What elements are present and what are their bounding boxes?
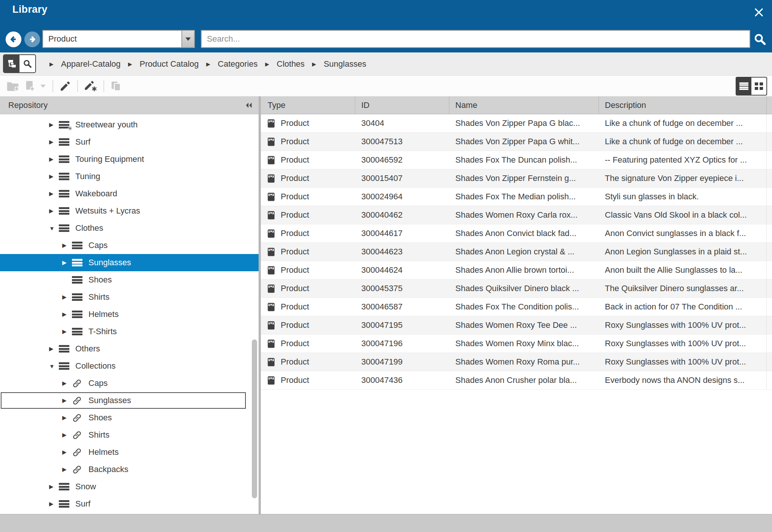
expand-arrow-icon[interactable]: ▶ [62, 259, 72, 266]
tree-item-shoes[interactable]: ▶ Shoes [0, 409, 259, 426]
create-content-icon[interactable] [24, 81, 35, 92]
tree-item-others[interactable]: ▶Others [0, 340, 259, 357]
expand-arrow-icon[interactable]: ▶ [62, 449, 72, 456]
tree-item-streetwear-youth[interactable]: ▶✳Streetwear youth [0, 116, 259, 133]
table-row[interactable]: Product300040462Shades Women Roxy Carla … [261, 206, 772, 224]
collapse-arrow-icon[interactable]: ▼ [49, 363, 59, 369]
cell-description: The signature Von Zipper eyepiece i... [599, 169, 767, 187]
cell-type: Product [261, 353, 355, 371]
breadcrumb-item-sunglasses[interactable]: Sunglasses [324, 59, 367, 69]
collapse-arrow-icon[interactable]: ▼ [49, 225, 59, 232]
expand-arrow-icon[interactable]: ▶ [62, 311, 72, 318]
tree-item-t-shirts[interactable]: ▶T-Shirts [0, 323, 259, 340]
table-row[interactable]: Product300024964Shades Fox The Median po… [261, 188, 772, 206]
tree-item-wakeboard[interactable]: ▶Wakeboard [0, 185, 259, 202]
expand-arrow-icon[interactable]: ▶ [62, 242, 72, 249]
table-row[interactable]: Product300047436Shades Anon Crusher pola… [261, 371, 772, 390]
row-gutter [767, 353, 772, 371]
tree-item-tuning[interactable]: ▶Tuning [0, 168, 259, 185]
table-row[interactable]: Product300047199Shades Women Roxy Roma p… [261, 353, 772, 371]
content-type-filter[interactable]: Product [42, 30, 195, 48]
breadcrumb-item-apparel-catalog[interactable]: Apparel-Catalog [61, 59, 121, 69]
tree-item-snow[interactable]: ▶Snow [0, 478, 259, 495]
table-row[interactable]: Product300046587Shades Fox The Condition… [261, 298, 772, 316]
table-row[interactable]: Product300044617Shades Anon Convict blac… [261, 224, 772, 243]
table-row[interactable]: Product300046592Shades Fox The Duncan po… [261, 151, 772, 169]
close-icon[interactable] [753, 6, 765, 19]
tree-item-caps[interactable]: ▶ Caps [0, 375, 259, 392]
search-button[interactable] [753, 31, 770, 48]
product-icon [268, 174, 275, 183]
tree-item-shirts[interactable]: ▶ Shirts [0, 426, 259, 444]
copy-icon[interactable] [110, 81, 122, 92]
expand-arrow-icon[interactable]: ▶ [62, 397, 72, 404]
table-row[interactable]: Product300045375Shades Quiksilver Dinero… [261, 279, 772, 298]
table-header-gutter [767, 96, 772, 114]
tree-item-caps[interactable]: ▶Caps [0, 237, 259, 254]
table-row[interactable]: Product30404Shades Von Zipper Papa G bla… [261, 114, 772, 133]
table-row[interactable]: Product300044623Shades Anon Legion cryst… [261, 243, 772, 261]
table-row[interactable]: Product300044624Shades Anon Allie brown … [261, 261, 772, 279]
tree-item-sunglasses[interactable]: ▶ Sunglasses [0, 392, 259, 409]
tree-item-shirts[interactable]: ▶Shirts [0, 288, 259, 306]
tree-item-backpacks[interactable]: ▶ Backpacks [0, 461, 259, 478]
tree-item-helmets[interactable]: ▶Helmets [0, 306, 259, 323]
back-button[interactable] [6, 31, 21, 47]
expand-arrow-icon[interactable]: ▶ [49, 121, 59, 128]
collapse-panel-icon[interactable] [244, 101, 253, 110]
tree-scrollbar-thumb[interactable] [252, 339, 257, 498]
expand-arrow-icon[interactable]: ▶ [62, 414, 72, 421]
expand-arrow-icon[interactable]: ▶ [49, 139, 59, 145]
breadcrumb-separator-icon: ▶ [312, 61, 316, 67]
table-row[interactable]: Product300015407Shades Von Zipper Fernst… [261, 169, 772, 188]
column-header-name[interactable]: Name [449, 96, 599, 114]
create-folder-icon[interactable] [6, 81, 19, 92]
tree-item-collections[interactable]: ▼Collections [0, 357, 259, 375]
cell-type: Product [261, 279, 355, 297]
expand-arrow-icon[interactable]: ▶ [49, 156, 59, 163]
create-and-edit-icon[interactable] [84, 80, 97, 92]
expand-arrow-icon[interactable]: ▶ [49, 208, 59, 214]
tree-view-button[interactable] [4, 55, 19, 72]
tree-item-wetsuits-lycras[interactable]: ▶Wetsuits + Lycras [0, 202, 259, 220]
create-content-caret-icon[interactable] [40, 84, 46, 88]
list-view-button[interactable] [736, 78, 751, 95]
table-row[interactable]: Product300047513Shades Von Zipper Papa G… [261, 133, 772, 151]
tree-item-clothes[interactable]: ▼Clothes [0, 220, 259, 237]
cell-type: Product [261, 114, 355, 132]
content-type-dropdown-button[interactable] [181, 31, 194, 47]
column-header-type[interactable]: Type [261, 96, 355, 114]
expand-arrow-icon[interactable]: ▶ [49, 345, 59, 352]
expand-arrow-icon[interactable]: ▶ [49, 483, 59, 490]
breadcrumb-item-categories[interactable]: Categories [218, 59, 257, 69]
column-header-id[interactable]: ID [355, 96, 449, 114]
breadcrumb-item-product-catalog[interactable]: Product Catalog [140, 59, 199, 69]
cell-type: Product [261, 169, 355, 187]
toolbar-separator [103, 80, 104, 92]
table-row[interactable]: Product300047196Shades Women Roxy Minx b… [261, 335, 772, 353]
expand-arrow-icon[interactable]: ▶ [49, 190, 59, 197]
tree-item-shoes[interactable]: Shoes [0, 271, 259, 288]
edit-pencil-icon[interactable] [59, 80, 71, 92]
tree-item-sunglasses[interactable]: ▶Sunglasses [0, 254, 259, 271]
tree-item-helmets[interactable]: ▶ Helmets [0, 444, 259, 461]
breadcrumb-item-clothes[interactable]: Clothes [277, 59, 305, 69]
thumbnail-view-button[interactable] [751, 78, 766, 95]
cell-id: 30404 [355, 114, 449, 132]
expand-arrow-icon[interactable]: ▶ [49, 501, 59, 507]
expand-arrow-icon[interactable]: ▶ [62, 432, 72, 438]
table-row[interactable]: Product300047195Shades Women Roxy Tee De… [261, 316, 772, 335]
search-view-button[interactable] [19, 55, 35, 72]
tree-item-touring-equipment[interactable]: ▶Touring Equipment [0, 151, 259, 168]
cell-type-label: Product [281, 173, 309, 183]
expand-arrow-icon[interactable]: ▶ [62, 466, 72, 473]
forward-button[interactable] [24, 31, 40, 47]
tree-item-surf[interactable]: ▶Surf [0, 133, 259, 151]
expand-arrow-icon[interactable]: ▶ [49, 173, 59, 180]
expand-arrow-icon[interactable]: ▶ [62, 294, 72, 300]
tree-item-surf[interactable]: ▶Surf [0, 495, 259, 513]
expand-arrow-icon[interactable]: ▶ [62, 380, 72, 387]
expand-arrow-icon[interactable]: ▶ [62, 328, 72, 335]
column-header-description[interactable]: Description [599, 96, 767, 114]
search-input[interactable] [201, 30, 750, 48]
